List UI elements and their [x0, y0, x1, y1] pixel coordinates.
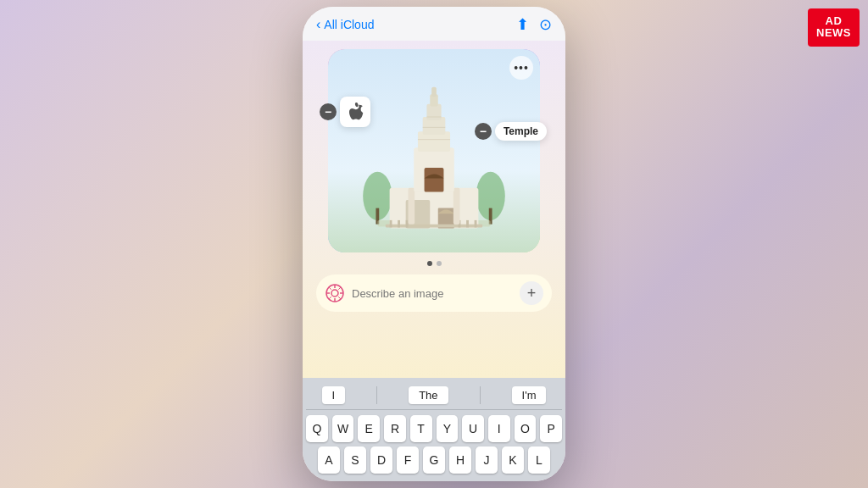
nav-actions: ⬆︎ ⊙: [516, 15, 552, 34]
key-i[interactable]: I: [488, 415, 510, 442]
back-button[interactable]: ‹ All iCloud: [316, 17, 374, 32]
temple-illustration: [328, 49, 540, 252]
tag-right: − Temple: [475, 122, 547, 141]
white-tag-left: [340, 97, 370, 127]
temple-label: Temple: [495, 122, 547, 141]
keyboard-row-2: A S D F G H J K L: [306, 446, 562, 474]
temple-svg: [358, 83, 510, 252]
tag-left: −: [320, 97, 370, 127]
svg-line-35: [329, 287, 331, 290]
key-l[interactable]: L: [528, 446, 550, 474]
key-a[interactable]: A: [318, 446, 340, 474]
svg-line-37: [338, 287, 341, 290]
key-h[interactable]: H: [449, 446, 471, 474]
minus-icon-right[interactable]: −: [475, 123, 492, 140]
suggestion-word-2[interactable]: The: [409, 386, 448, 404]
dot-2: [437, 261, 442, 266]
key-q[interactable]: Q: [306, 415, 328, 442]
key-u[interactable]: U: [462, 415, 484, 442]
card-inner: [328, 49, 540, 252]
ad-news-badge: AD NEWS: [808, 8, 860, 47]
key-o[interactable]: O: [515, 415, 537, 442]
key-r[interactable]: R: [384, 415, 406, 442]
key-t[interactable]: T: [410, 415, 432, 442]
svg-rect-16: [409, 188, 415, 225]
prompt-bar: +: [316, 274, 552, 312]
nav-bar: ‹ All iCloud ⬆︎ ⊙: [303, 7, 565, 41]
svg-rect-23: [431, 87, 437, 97]
svg-rect-11: [398, 220, 400, 228]
svg-rect-17: [453, 188, 460, 225]
svg-rect-15: [475, 220, 477, 228]
svg-rect-12: [406, 220, 409, 228]
divider-1: [376, 386, 377, 404]
share-icon[interactable]: ⬆︎: [516, 15, 529, 34]
key-e[interactable]: E: [358, 415, 380, 442]
suggestions-row: I The I'm: [306, 383, 562, 410]
svg-line-38: [329, 297, 331, 299]
minus-icon-left[interactable]: −: [320, 103, 337, 120]
key-s[interactable]: S: [344, 446, 366, 474]
suggestion-word-3[interactable]: I'm: [512, 386, 547, 404]
image-card: ••• − − Temple: [328, 49, 540, 252]
more-options-icon[interactable]: ⊙: [539, 15, 552, 34]
ai-prompt-icon: [325, 283, 345, 303]
key-k[interactable]: K: [502, 446, 524, 474]
svg-rect-10: [390, 220, 392, 228]
key-y[interactable]: Y: [437, 415, 459, 442]
dots-indicator: [427, 261, 442, 266]
svg-rect-27: [425, 168, 444, 192]
key-j[interactable]: J: [476, 446, 498, 474]
key-f[interactable]: F: [397, 446, 419, 474]
key-w[interactable]: W: [332, 415, 354, 442]
keyboard-area: I The I'm Q W E R T Y U I O P A S D F G …: [303, 378, 565, 481]
divider-2: [480, 386, 481, 404]
key-p[interactable]: P: [540, 415, 562, 442]
card-more-button[interactable]: •••: [509, 56, 533, 80]
svg-point-30: [331, 290, 338, 297]
apple-logo-icon: [346, 103, 364, 121]
svg-rect-6: [390, 188, 479, 229]
content-area: ••• − − Temple: [303, 41, 565, 378]
add-button[interactable]: +: [520, 281, 543, 305]
svg-rect-14: [466, 220, 469, 228]
svg-line-36: [338, 297, 341, 299]
key-g[interactable]: G: [423, 446, 445, 474]
dot-1: [427, 261, 432, 266]
back-chevron-icon: ‹: [316, 17, 320, 32]
svg-point-28: [354, 103, 359, 108]
phone-frame: ‹ All iCloud ⬆︎ ⊙: [303, 7, 565, 481]
keyboard-row-1: Q W E R T Y U I O P: [306, 415, 562, 442]
svg-rect-21: [426, 104, 441, 120]
key-d[interactable]: D: [370, 446, 392, 474]
back-label: All iCloud: [324, 18, 374, 31]
suggestion-word-1[interactable]: I: [322, 386, 346, 404]
prompt-input[interactable]: [352, 287, 513, 300]
